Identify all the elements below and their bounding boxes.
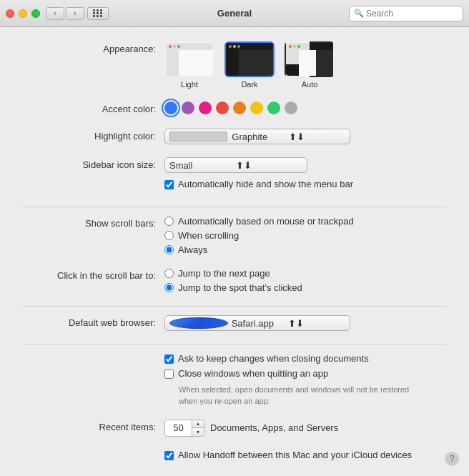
scroll-auto-radio[interactable] <box>164 217 174 226</box>
appearance-light[interactable]: Light <box>164 41 214 89</box>
search-input[interactable] <box>366 9 458 19</box>
highlight-color-row: Highlight color: Graphite ⬆⬇ <box>21 129 448 144</box>
handoff-controls: Allow Handoff between this Mac and your … <box>164 450 448 465</box>
close-windows-label[interactable]: Close windows when quitting an app <box>178 368 328 379</box>
grid-icon <box>93 9 103 17</box>
handoff-row: Allow Handoff between this Mac and your … <box>21 450 448 465</box>
scroll-auto-label[interactable]: Automatically based on mouse or trackpad <box>178 216 354 227</box>
appearance-controls: Light <box>164 41 448 89</box>
close-windows-checkbox[interactable] <box>164 370 174 379</box>
handoff-checkbox[interactable] <box>164 451 174 460</box>
menu-bar-checkbox[interactable] <box>164 180 174 189</box>
scroll-always-label[interactable]: Always <box>178 244 207 255</box>
handoff-section: Allow Handoff between this Mac and your … <box>21 450 448 465</box>
scroll-scrolling-label[interactable]: When scrolling <box>178 230 239 241</box>
accent-colors <box>164 101 297 114</box>
browser-controls: Safari.app ⬆⬇ <box>164 315 448 331</box>
close-button[interactable] <box>6 9 14 18</box>
recent-items-label: Recent items: <box>21 420 164 434</box>
search-box[interactable]: 🔍 <box>349 6 463 21</box>
search-icon: 🔍 <box>354 9 364 18</box>
sidebar-size-dropdown-arrow: ⬆⬇ <box>236 160 302 171</box>
next-page-radio[interactable] <box>164 269 174 278</box>
sidebar-icon-size-controls: Small ⬆⬇ <box>164 157 448 173</box>
jump-spot-label[interactable]: Jump to the spot that's clicked <box>178 282 302 293</box>
accent-color-controls <box>164 101 448 114</box>
stepper-value[interactable] <box>165 420 192 436</box>
ask-changes-label[interactable]: Ask to keep changes when closing documen… <box>178 353 369 364</box>
separator-2 <box>21 306 448 307</box>
highlight-color-controls: Graphite ⬆⬇ <box>164 129 448 144</box>
accent-red[interactable] <box>216 101 229 114</box>
maximize-button[interactable] <box>31 9 40 18</box>
back-button[interactable]: ‹ <box>46 7 64 20</box>
ask-changes-checkbox[interactable] <box>164 354 174 364</box>
accent-graphite[interactable] <box>285 101 297 114</box>
scroll-scrolling-row: When scrolling <box>164 230 354 241</box>
stepper-input-wrap: ▲ ▼ <box>164 420 204 437</box>
highlight-color-section: Highlight color: Graphite ⬆⬇ <box>21 129 448 144</box>
browser-label: Default web browser: <box>21 315 164 329</box>
ask-changes-checkbox-row: Ask to keep changes when closing documen… <box>164 353 369 364</box>
appearance-auto[interactable]: Auto <box>285 41 335 89</box>
next-page-label[interactable]: Jump to the next page <box>178 268 270 279</box>
sidebar-icon-size-dropdown[interactable]: Small ⬆⬇ <box>164 157 307 173</box>
accent-orange[interactable] <box>233 101 246 114</box>
menu-bar-checkbox-row: Automatically hide and show the menu bar <box>164 179 353 189</box>
scroll-click-row: Click in the scroll bar to: Jump to the … <box>21 268 448 293</box>
stepper-down-button[interactable]: ▼ <box>192 428 204 436</box>
jump-spot-row: Jump to the spot that's clicked <box>164 282 302 293</box>
highlight-color-preview <box>169 132 227 142</box>
titlebar: ‹ › General 🔍 <box>0 0 469 27</box>
accent-green[interactable] <box>267 101 280 114</box>
menu-bar-controls: Automatically hide and show the menu bar <box>164 179 448 194</box>
help-button[interactable]: ? <box>445 452 459 466</box>
auto-thumb <box>285 41 335 77</box>
appearance-options: Light <box>164 41 335 89</box>
highlight-color-dropdown[interactable]: Graphite ⬆⬇ <box>164 129 350 144</box>
appearance-dark[interactable]: Dark <box>224 41 275 89</box>
accent-color-section: Accent color: <box>21 101 448 116</box>
handoff-label[interactable]: Allow Handoff between this Mac and your … <box>178 450 412 460</box>
close-docs-row: Ask to keep changes when closing documen… <box>21 353 448 407</box>
recent-items-section: Recent items: ▲ ▼ Documents, Apps, and S… <box>21 420 448 437</box>
accent-yellow[interactable] <box>250 101 263 114</box>
scroll-bars-section: Show scroll bars: Automatically based on… <box>21 216 448 255</box>
menu-bar-spacer <box>21 179 164 180</box>
scroll-always-row: Always <box>164 244 354 255</box>
accent-pink[interactable] <box>199 101 212 114</box>
accent-color-label: Accent color: <box>21 101 164 116</box>
light-thumb <box>164 41 214 77</box>
recent-items-row: Recent items: ▲ ▼ Documents, Apps, and S… <box>21 420 448 437</box>
scroll-scrolling-radio[interactable] <box>164 231 174 240</box>
jump-spot-radio[interactable] <box>164 283 174 292</box>
close-windows-checkbox-row: Close windows when quitting an app <box>164 368 328 379</box>
stepper-buttons: ▲ ▼ <box>192 420 204 436</box>
forward-button[interactable]: › <box>66 7 84 20</box>
scroll-bars-controls: Automatically based on mouse or trackpad… <box>164 216 448 255</box>
close-docs-section: Ask to keep changes when closing documen… <box>21 353 448 407</box>
main-content: Appearance: <box>0 27 469 476</box>
separator-1 <box>21 207 448 207</box>
handoff-spacer <box>21 450 164 451</box>
appearance-section: Appearance: <box>21 41 448 89</box>
browser-value: Safari.app <box>232 318 289 329</box>
scroll-bars-row: Show scroll bars: Automatically based on… <box>21 216 448 255</box>
stepper-up-button[interactable]: ▲ <box>192 420 204 428</box>
accent-purple[interactable] <box>182 101 194 114</box>
accent-blue[interactable] <box>164 101 177 114</box>
next-page-row: Jump to the next page <box>164 268 302 279</box>
light-label: Light <box>181 80 198 89</box>
menu-bar-checkbox-label[interactable]: Automatically hide and show the menu bar <box>178 179 353 189</box>
recent-items-controls: ▲ ▼ Documents, Apps, and Servers <box>164 420 448 437</box>
handoff-checkbox-row: Allow Handoff between this Mac and your … <box>164 450 412 460</box>
sidebar-icon-size-section: Sidebar icon size: Small ⬆⬇ Automaticall… <box>21 157 448 194</box>
appearance-row: Appearance: <box>21 41 448 89</box>
highlight-color-label: Highlight color: <box>21 129 164 143</box>
minimize-button[interactable] <box>19 9 27 18</box>
scroll-always-radio[interactable] <box>164 245 174 254</box>
accent-color-row: Accent color: <box>21 101 448 116</box>
browser-dropdown[interactable]: Safari.app ⬆⬇ <box>164 315 350 331</box>
grid-button[interactable] <box>87 7 109 20</box>
highlight-color-value: Graphite <box>232 132 288 142</box>
